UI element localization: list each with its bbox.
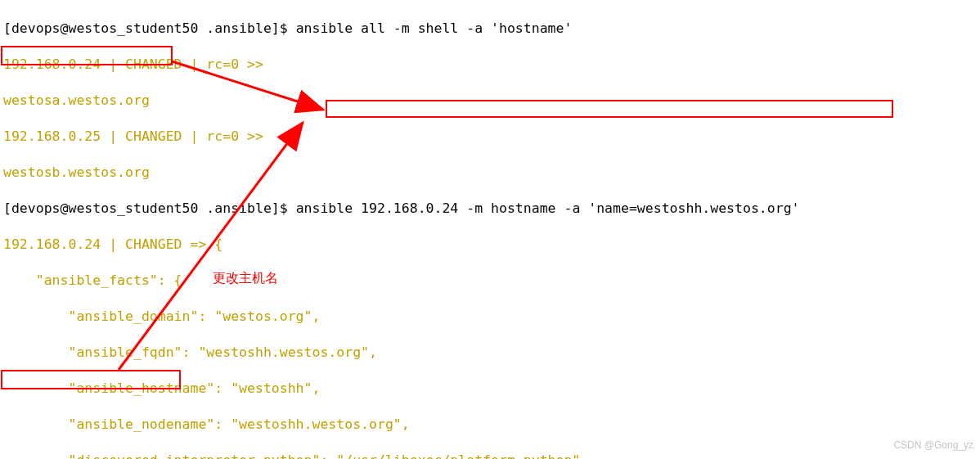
terminal-output: [devops@westos_student50 .ansible]$ ansi… [0,0,980,459]
output-line: 192.168.0.24 | CHANGED | rc=0 >> [3,56,977,74]
json-output: "ansible_hostname": "westoshh", [3,380,977,398]
json-output: "discovered_interpreter_python": "/usr/l… [3,452,977,459]
json-output: "ansible_fqdn": "westoshh.westos.org", [3,344,977,362]
output-hostname: westosa.westos.org [3,92,977,110]
output-hostname: westosb.westos.org [3,164,977,182]
json-output: 192.168.0.24 | CHANGED => { [3,236,977,254]
command: ansible 192.168.0.24 -m hostname -a 'nam… [296,200,800,216]
prompt: [devops@westos_student50 .ansible]$ [3,20,296,36]
command: ansible all -m shell -a 'hostname' [296,20,573,36]
json-output: "ansible_domain": "westos.org", [3,308,977,326]
prompt: [devops@westos_student50 .ansible]$ [3,200,296,216]
json-output: "ansible_facts": { [3,272,977,290]
json-output: "ansible_nodename": "westoshh.westos.org… [3,416,977,434]
output-line: 192.168.0.25 | CHANGED | rc=0 >> [3,128,977,146]
